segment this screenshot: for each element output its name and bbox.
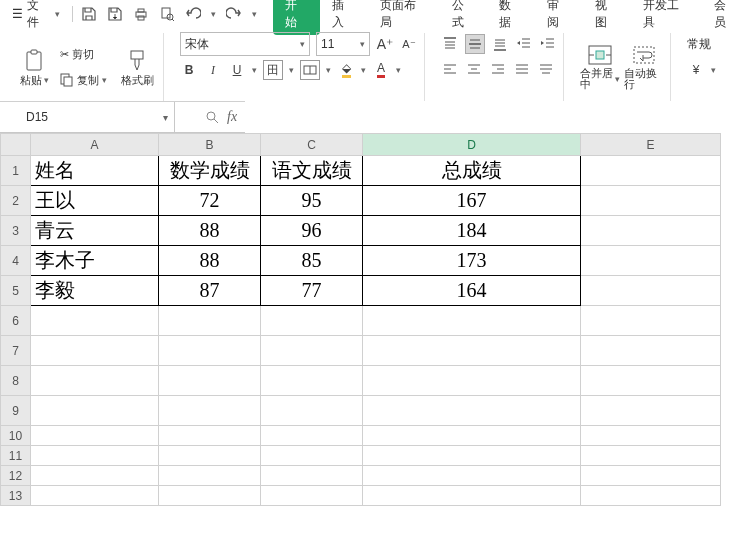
cell[interactable]: 96 bbox=[261, 216, 363, 246]
cell[interactable] bbox=[261, 426, 363, 446]
cell[interactable]: 77 bbox=[261, 276, 363, 306]
cell[interactable]: 72 bbox=[159, 186, 261, 216]
borders-more-icon[interactable]: ▾ bbox=[289, 65, 294, 75]
row-header[interactable]: 9 bbox=[1, 396, 31, 426]
cell[interactable] bbox=[31, 396, 159, 426]
cell[interactable] bbox=[261, 466, 363, 486]
cell[interactable] bbox=[363, 446, 581, 466]
redo-icon[interactable] bbox=[226, 6, 242, 22]
cell[interactable]: 姓名 bbox=[31, 156, 159, 186]
cell[interactable] bbox=[159, 366, 261, 396]
cell[interactable]: 173 bbox=[363, 246, 581, 276]
cell[interactable] bbox=[363, 306, 581, 336]
cell[interactable]: 李木子 bbox=[31, 246, 159, 276]
cell[interactable] bbox=[363, 366, 581, 396]
align-left-icon[interactable] bbox=[441, 61, 459, 79]
col-header-E[interactable]: E bbox=[581, 134, 721, 156]
merge-center-button[interactable]: 合并居中▾ bbox=[580, 39, 620, 95]
cell[interactable] bbox=[581, 366, 721, 396]
tab-page-layout[interactable]: 页面布局 bbox=[368, 0, 440, 35]
cell[interactable] bbox=[31, 336, 159, 366]
cell[interactable]: 王以 bbox=[31, 186, 159, 216]
align-bottom-icon[interactable] bbox=[491, 35, 509, 53]
tab-view[interactable]: 视图 bbox=[583, 0, 631, 35]
align-middle-icon[interactable] bbox=[465, 34, 485, 54]
cell[interactable] bbox=[581, 156, 721, 186]
spreadsheet-grid[interactable]: A B C D E 1姓名数学成绩语文成绩总成绩2王以72951673青云889… bbox=[0, 133, 750, 506]
cell[interactable] bbox=[261, 306, 363, 336]
col-header-B[interactable]: B bbox=[159, 134, 261, 156]
cell[interactable]: 164 bbox=[363, 276, 581, 306]
cell[interactable] bbox=[261, 446, 363, 466]
col-header-C[interactable]: C bbox=[261, 134, 363, 156]
increase-indent-icon[interactable] bbox=[539, 35, 557, 53]
decrease-font-icon[interactable]: A⁻ bbox=[400, 35, 418, 53]
cell[interactable]: 87 bbox=[159, 276, 261, 306]
italic-icon[interactable]: I bbox=[204, 61, 222, 79]
cell[interactable] bbox=[261, 366, 363, 396]
align-center-icon[interactable] bbox=[465, 61, 483, 79]
cell[interactable] bbox=[159, 486, 261, 506]
justify-icon[interactable] bbox=[513, 61, 531, 79]
cell[interactable] bbox=[581, 186, 721, 216]
merge-icon[interactable] bbox=[300, 60, 320, 80]
name-box[interactable]: D15 ▾ bbox=[0, 102, 175, 132]
select-all-corner[interactable] bbox=[1, 134, 31, 156]
wrap-text-button[interactable]: 自动换行 bbox=[624, 39, 664, 95]
underline-icon[interactable]: U bbox=[228, 61, 246, 79]
row-header[interactable]: 5 bbox=[1, 276, 31, 306]
tab-insert[interactable]: 插入 bbox=[320, 0, 368, 35]
font-size-select[interactable]: 11 ▾ bbox=[316, 32, 370, 56]
print-icon[interactable] bbox=[133, 6, 149, 22]
cell[interactable] bbox=[363, 396, 581, 426]
cell[interactable]: 语文成绩 bbox=[261, 156, 363, 186]
tab-formulas[interactable]: 公式 bbox=[440, 0, 488, 35]
row-header[interactable]: 7 bbox=[1, 336, 31, 366]
cell[interactable] bbox=[363, 466, 581, 486]
cell[interactable] bbox=[261, 336, 363, 366]
borders-icon[interactable]: 田 bbox=[263, 60, 283, 80]
cell[interactable] bbox=[159, 466, 261, 486]
tab-dev-tools[interactable]: 开发工具 bbox=[631, 0, 703, 35]
decrease-indent-icon[interactable] bbox=[515, 35, 533, 53]
row-header[interactable]: 8 bbox=[1, 366, 31, 396]
cell[interactable] bbox=[363, 336, 581, 366]
cell[interactable] bbox=[581, 276, 721, 306]
font-color-icon[interactable]: A bbox=[372, 61, 390, 79]
cell[interactable] bbox=[581, 306, 721, 336]
cell[interactable] bbox=[159, 336, 261, 366]
cell[interactable] bbox=[581, 426, 721, 446]
row-header[interactable]: 12 bbox=[1, 466, 31, 486]
cell[interactable] bbox=[31, 466, 159, 486]
format-painter-button[interactable]: 格式刷 bbox=[117, 39, 157, 95]
align-top-icon[interactable] bbox=[441, 35, 459, 53]
row-header[interactable]: 4 bbox=[1, 246, 31, 276]
cell[interactable] bbox=[581, 446, 721, 466]
fill-color-icon[interactable]: ⬙ bbox=[337, 61, 355, 79]
cut-button[interactable]: ✂ 剪切 bbox=[58, 44, 109, 64]
cell[interactable] bbox=[581, 486, 721, 506]
save-as-icon[interactable] bbox=[107, 6, 123, 22]
cell[interactable]: 数学成绩 bbox=[159, 156, 261, 186]
copy-button[interactable]: 复制▾ bbox=[58, 70, 109, 90]
cell[interactable]: 88 bbox=[159, 246, 261, 276]
row-header[interactable]: 11 bbox=[1, 446, 31, 466]
cell[interactable]: 88 bbox=[159, 216, 261, 246]
cell[interactable] bbox=[261, 396, 363, 426]
cell[interactable] bbox=[363, 486, 581, 506]
font-name-select[interactable]: 宋体 ▾ bbox=[180, 32, 310, 56]
cell[interactable]: 李毅 bbox=[31, 276, 159, 306]
row-header[interactable]: 1 bbox=[1, 156, 31, 186]
cell[interactable]: 青云 bbox=[31, 216, 159, 246]
row-header[interactable]: 3 bbox=[1, 216, 31, 246]
print-preview-icon[interactable] bbox=[159, 6, 175, 22]
cell[interactable] bbox=[363, 426, 581, 446]
cell[interactable] bbox=[159, 426, 261, 446]
currency-more-icon[interactable]: ▾ bbox=[711, 65, 716, 75]
cell[interactable]: 167 bbox=[363, 186, 581, 216]
cell[interactable] bbox=[31, 366, 159, 396]
currency-icon[interactable]: ¥ bbox=[687, 61, 705, 79]
underline-more-icon[interactable]: ▾ bbox=[252, 65, 257, 75]
fill-color-more-icon[interactable]: ▾ bbox=[361, 65, 366, 75]
cell[interactable] bbox=[31, 306, 159, 336]
